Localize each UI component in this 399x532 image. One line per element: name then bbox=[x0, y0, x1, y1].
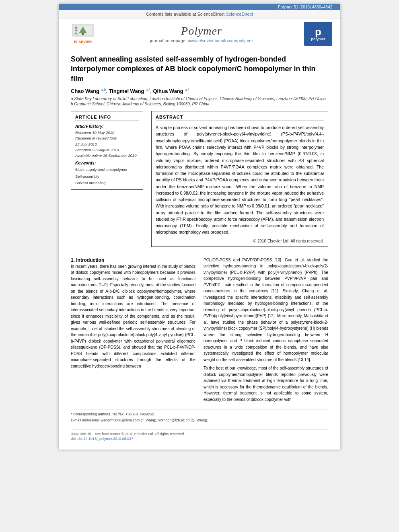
right-paragraph-2: To the best of our knowledge, most of th… bbox=[204, 365, 328, 403]
keyword-1: Block copolymer/homopolymer bbox=[75, 166, 139, 173]
homepage-label: journal homepage: bbox=[150, 38, 187, 43]
journal-citation-bar: Polymer 51 (2010) 4836–4842 bbox=[59, 4, 340, 10]
revised-date: 23 July 2010 bbox=[75, 142, 139, 147]
authors-line: Chao Wang a,b, Tingmei Wang a,*, Qihua W… bbox=[71, 88, 328, 94]
journal-name-area: Polymer journal homepage: www.elsevier.c… bbox=[99, 25, 304, 43]
intro-paragraph-1: In recent years, there has been growing … bbox=[71, 263, 195, 370]
email-note: E-mail addresses: wangtm3088@sina.com (T… bbox=[71, 417, 328, 423]
page-footer: 0032-3861/$ – see front matter © 2010 El… bbox=[71, 429, 328, 441]
article-history-label: Article history: bbox=[75, 124, 139, 129]
body-text-area: 1. Introduction In recent years, there h… bbox=[71, 257, 328, 405]
abstract-box: ABSTRACT A simple process of solvent ann… bbox=[151, 111, 328, 247]
keyword-2: Self-assembly bbox=[75, 173, 139, 180]
corresponding-author-note: * Corresponding authors. Tel./fax: +86 9… bbox=[71, 411, 328, 417]
online-date: Available online 16 September 2010 bbox=[75, 153, 139, 158]
journal-citation: Polymer 51 (2010) 4836–4842 bbox=[278, 5, 332, 9]
polymer-logo-p: p bbox=[315, 27, 321, 37]
keyword-3: Solvent annealing bbox=[75, 180, 139, 186]
sciencedirect-text: Contents lists available at ScienceDirec… bbox=[146, 12, 225, 16]
abstract-column: ABSTRACT A simple process of solvent ann… bbox=[151, 111, 328, 247]
author1: Chao Wang a,b, bbox=[71, 88, 109, 94]
elsevier-logo: ELSEVIER bbox=[67, 24, 99, 44]
polymer-logo: p polymer bbox=[304, 22, 332, 46]
svg-point-4 bbox=[74, 27, 77, 29]
abstract-text: A simple process of solvent annealing ha… bbox=[156, 124, 324, 236]
sciencedirect-link[interactable]: ScienceDirect bbox=[226, 12, 253, 16]
body-right-col: PCL/OP-POSS and P4VP/OP-POSS [10]. Guo e… bbox=[204, 257, 328, 405]
journal-homepage: journal homepage: www.elsevier.com/locat… bbox=[99, 38, 304, 43]
star-note: * Corresponding authors. Tel./fax: +86 9… bbox=[71, 409, 328, 423]
revised-label: Received in revised form bbox=[75, 136, 139, 141]
right-paragraph-1: PCL/OP-POSS and P4VP/OP-POSS [10]. Guo e… bbox=[204, 257, 328, 363]
copyright-text: © 2010 Elsevier Ltd. All rights reserved… bbox=[156, 239, 324, 243]
article-page: Polymer 51 (2010) 4836–4842 Contents lis… bbox=[59, 4, 340, 450]
accepted-date: Accepted 22 August 2010 bbox=[75, 147, 139, 153]
affiliation-b: b Graduate School, Chinese Academy of Sc… bbox=[71, 102, 328, 106]
keywords-label: Keywords: bbox=[75, 161, 139, 165]
received-date: Received 10 May 2010 bbox=[75, 130, 139, 136]
elsevier-logo-svg bbox=[70, 24, 96, 39]
sciencedirect-bar: Contents lists available at ScienceDirec… bbox=[59, 10, 340, 18]
author2: Tingmei Wang a,*, bbox=[109, 88, 153, 94]
keywords-list: Block copolymer/homopolymer Self-assembl… bbox=[75, 166, 139, 186]
article-title: Solvent annealing assisted self-assembly… bbox=[71, 54, 328, 84]
main-content: Solvent annealing assisted self-assembly… bbox=[59, 48, 340, 450]
article-info-column: ARTICLE INFO Article history: Received 1… bbox=[71, 111, 143, 247]
journal-title: Polymer bbox=[99, 25, 304, 37]
doi-link[interactable]: doi:10.1016/j.polymer.2010.08.047 bbox=[78, 437, 133, 441]
section-title: Introduction bbox=[76, 257, 104, 263]
author3: Qihua Wang a,* bbox=[153, 88, 189, 94]
elsevier-text: ELSEVIER bbox=[74, 40, 92, 44]
affiliations: a State Key Laboratory of Solid Lubricat… bbox=[71, 97, 328, 106]
doi-label: doi: bbox=[71, 437, 77, 441]
footer-issn: 0032-3861/$ – see front matter © 2010 El… bbox=[71, 432, 328, 436]
journal-title-area: ELSEVIER Polymer journal homepage: www.e… bbox=[59, 18, 340, 48]
intro-heading: 1. Introduction bbox=[71, 257, 195, 263]
svg-rect-3 bbox=[82, 33, 84, 35]
section-divider bbox=[71, 252, 328, 252]
body-left-col: 1. Introduction In recent years, there h… bbox=[71, 257, 195, 405]
article-info-header: ARTICLE INFO bbox=[75, 115, 139, 121]
abstract-header: ABSTRACT bbox=[156, 115, 324, 121]
homepage-url[interactable]: www.elsevier.com/locate/polymer bbox=[188, 38, 253, 43]
affiliation-a: a State Key Laboratory of Solid Lubricat… bbox=[71, 97, 328, 101]
article-info-box: ARTICLE INFO Article history: Received 1… bbox=[71, 111, 143, 190]
section-number: 1. bbox=[71, 257, 75, 263]
footer-doi: doi: doi:10.1016/j.polymer.2010.08.047 bbox=[71, 437, 328, 441]
info-abstract-section: ARTICLE INFO Article history: Received 1… bbox=[71, 111, 328, 247]
polymer-logo-text: polymer bbox=[311, 37, 325, 41]
